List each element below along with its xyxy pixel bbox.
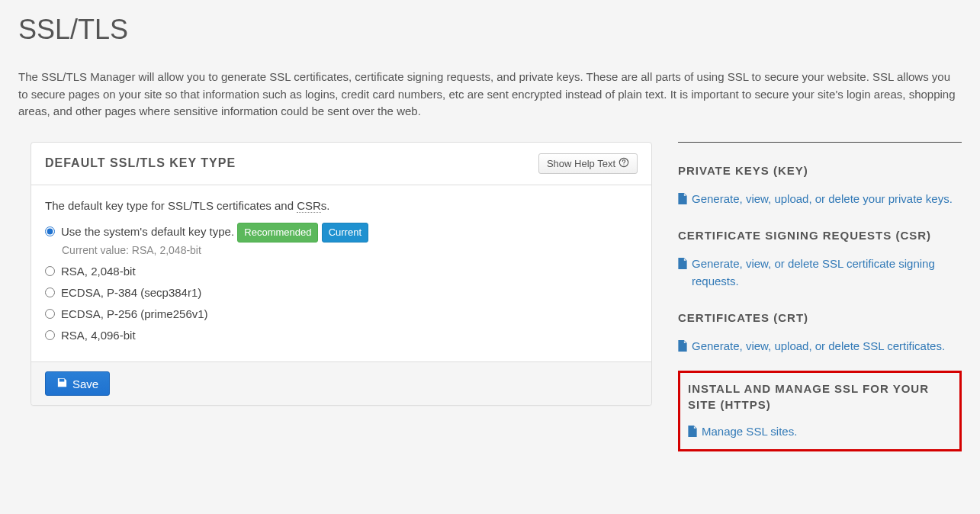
sidebar-divider [678,142,962,143]
svg-point-1 [623,164,624,165]
key-type-description: The default key type for SSL/TLS certifi… [45,199,638,212]
question-circle-icon [619,157,629,170]
heading-csr: CERTIFICATE SIGNING REQUESTS (CSR) [678,227,962,243]
radio-label-rsa-4096: RSA, 4,096-bit [61,326,136,345]
link-manage-ssl-sites[interactable]: Manage SSL sites. [702,423,797,441]
radio-label-ecdsa-p384: ECDSA, P-384 (secp384r1) [61,284,201,302]
badge-current: Current [322,223,368,243]
document-icon [678,258,689,269]
radio-label-system-default: Use the system's default key type. [61,225,234,238]
link-csr[interactable]: Generate, view, or delete SSL certificat… [692,255,962,290]
heading-private-keys: PRIVATE KEYS (KEY) [678,162,962,178]
radio-ecdsa-p256[interactable] [45,309,55,319]
badge-recommended: Recommended [237,223,318,243]
show-help-button[interactable]: Show Help Text [538,153,638,174]
radio-rsa-2048[interactable] [45,266,55,276]
radio-rsa-4096[interactable] [45,330,55,340]
heading-certificates: CERTIFICATES (CRT) [678,310,962,326]
page-title: SSL/TLS [18,14,962,46]
save-button-label: Save [72,377,98,390]
key-type-panel: DEFAULT SSL/TLS KEY TYPE Show Help Text … [31,142,652,406]
document-icon [678,193,689,204]
radio-system-default[interactable] [45,226,55,236]
radio-label-ecdsa-p256: ECDSA, P-256 (prime256v1) [61,305,208,323]
link-certificates[interactable]: Generate, view, upload, or delete SSL ce… [692,338,945,355]
intro-text: The SSL/TLS Manager will allow you to ge… [18,69,962,120]
help-button-label: Show Help Text [547,158,615,169]
link-private-keys[interactable]: Generate, view, upload, or delete your p… [692,191,953,208]
panel-title: DEFAULT SSL/TLS KEY TYPE [45,156,236,170]
save-icon [56,377,68,390]
current-value-text: Current value: RSA, 2,048-bit [62,244,638,256]
document-icon [678,340,689,352]
heading-install-ssl: INSTALL AND MANAGE SSL FOR YOUR SITE (HT… [688,381,952,413]
csr-abbr: CSR [297,199,321,213]
install-ssl-highlight: INSTALL AND MANAGE SSL FOR YOUR SITE (HT… [678,371,962,452]
save-button[interactable]: Save [45,371,110,396]
radio-ecdsa-p384[interactable] [45,288,55,297]
key-type-radio-group: Use the system's default key type. Recom… [45,223,638,345]
document-icon [688,426,699,437]
radio-label-rsa-2048: RSA, 2,048-bit [61,262,136,281]
